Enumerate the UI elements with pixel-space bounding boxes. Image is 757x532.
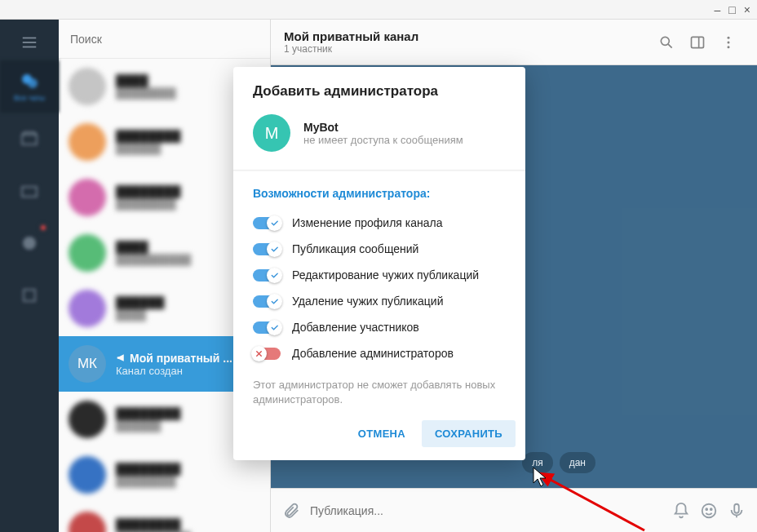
permission-toggle[interactable] <box>253 243 281 255</box>
user-name: MyBot <box>303 121 463 134</box>
add-admin-modal: Добавить администратора M MyBot не имеет… <box>233 67 525 460</box>
permissions-note: Этот администратор не сможет добавлять н… <box>233 366 525 414</box>
permission-row: Добавление участников <box>233 314 525 340</box>
permission-toggle[interactable] <box>253 269 281 282</box>
permission-label: Добавление администраторов <box>292 347 454 360</box>
permission-toggle[interactable] <box>253 321 281 334</box>
minimize-button[interactable]: – <box>715 3 721 16</box>
permissions-section-title: Возможности администратора: <box>233 172 525 210</box>
permission-toggle[interactable] <box>253 217 281 229</box>
cancel-button[interactable]: ОТМЕНА <box>345 420 418 447</box>
permission-toggle[interactable] <box>253 295 281 308</box>
permission-row: Добавление администраторов <box>233 340 525 366</box>
user-avatar: M <box>253 114 290 152</box>
window-titlebar: – □ × <box>0 0 757 20</box>
permission-label: Удаление чужих публикаций <box>292 295 443 308</box>
permission-toggle[interactable] <box>253 348 281 360</box>
permission-label: Добавление участников <box>292 321 419 334</box>
cursor-icon <box>533 467 547 488</box>
close-button[interactable]: × <box>744 3 750 16</box>
permission-row: Редактирование чужих публикаций <box>233 262 525 288</box>
permission-row: Удаление чужих публикаций <box>233 288 525 314</box>
modal-actions: ОТМЕНА СОХРАНИТЬ <box>233 414 525 460</box>
permission-row: Публикация сообщений <box>233 236 525 262</box>
user-status: не имеет доступа к сообщениям <box>303 134 463 146</box>
divider <box>233 170 525 171</box>
save-button[interactable]: СОХРАНИТЬ <box>422 420 516 447</box>
permission-label: Редактирование чужих публикаций <box>292 268 479 282</box>
modal-user-row[interactable]: M MyBot не имеет доступа к сообщениям <box>233 109 525 170</box>
maximize-button[interactable]: □ <box>728 3 735 16</box>
modal-title: Добавить администратора <box>233 67 525 109</box>
permission-label: Изменение профиля канала <box>292 216 442 229</box>
permission-row: Изменение профиля канала <box>233 210 525 236</box>
permission-label: Публикация сообщений <box>292 242 418 255</box>
